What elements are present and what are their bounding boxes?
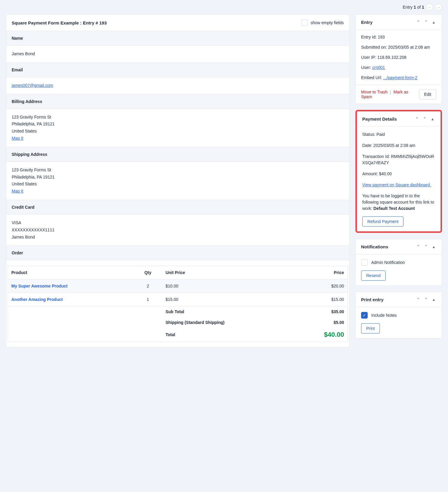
edit-button[interactable]: Edit (419, 89, 436, 99)
next-entry-button[interactable]: → (435, 4, 442, 11)
field-label-shipping: Shipping Address (6, 147, 349, 162)
col-unit: Unit Price (162, 266, 293, 279)
user-link[interactable]: crn001 (372, 65, 385, 70)
entry-card-title: Square Payment Form Example : Entry # 19… (12, 20, 107, 25)
print-button[interactable]: Print (361, 323, 380, 333)
print-entry-card: Print entry ˄ ˅ ▴ ✓ Include Notes Print (355, 292, 442, 339)
field-label-name: Name (6, 31, 349, 46)
collapse-icon[interactable]: ▴ (431, 19, 436, 25)
order-total: $40.00 (293, 328, 348, 342)
email-link[interactable]: james007@gmail.com (12, 83, 53, 88)
refund-payment-button[interactable]: Refund Payment (362, 216, 403, 227)
include-notes-checkbox[interactable]: ✓ (361, 312, 368, 319)
product-name[interactable]: Another Amazing Product (8, 293, 134, 306)
map-it-link-billing[interactable]: Map It (12, 136, 23, 141)
collapse-icon[interactable]: ▴ (430, 116, 435, 122)
col-product: Product (8, 266, 134, 279)
notifications-title: Notifications (361, 244, 388, 249)
chevron-up-icon[interactable]: ˄ (414, 116, 420, 122)
entry-pagination: Entry 1 of 1 ← → (6, 4, 442, 11)
product-name[interactable]: My Super Awesome Product (8, 279, 134, 293)
table-row: Another Amazing Product 1 $15.00 $15.00 (8, 293, 348, 306)
pagination-text: Entry 1 of 1 (403, 5, 424, 10)
chevron-up-icon[interactable]: ˄ (415, 297, 421, 302)
col-price: Price (293, 266, 348, 279)
chevron-up-icon[interactable]: ˄ (415, 19, 421, 25)
field-label-cc: Credit Card (6, 200, 349, 215)
entry-meta-card: Entry ˄ ˅ ▴ Entry Id: 193 Submitted on: … (355, 14, 442, 104)
chevron-up-icon[interactable]: ˄ (415, 244, 421, 249)
field-label-order: Order (6, 245, 349, 260)
show-empty-toggle[interactable]: show empty fields (301, 19, 344, 26)
field-value-billing: 123 Gravity Forms St Philadelphia, PA 19… (6, 109, 349, 147)
table-row: My Super Awesome Product 2 $10.00 $20.00 (8, 279, 348, 293)
chevron-down-icon[interactable]: ˅ (423, 19, 429, 25)
chevron-down-icon[interactable]: ˅ (423, 297, 429, 302)
admin-notification-checkbox[interactable] (361, 259, 368, 266)
move-to-trash-link[interactable]: Move to Trash (361, 90, 388, 94)
notifications-card: Notifications ˄ ˅ ▴ Admin Notification R… (355, 239, 442, 286)
entry-card-header: Square Payment Form Example : Entry # 19… (6, 15, 349, 31)
chevron-down-icon[interactable]: ˅ (422, 116, 427, 122)
entry-meta-title: Entry (361, 20, 372, 25)
field-value-shipping: 123 Gravity Forms St Philadelphia, PA 19… (6, 162, 349, 200)
field-label-email: Email (6, 62, 349, 77)
field-value-name: James Bond (6, 46, 349, 62)
payment-details-card: Payment Details ˄ ˅ ▴ Status: Paid Date:… (355, 110, 442, 233)
field-value-email: james007@gmail.com (6, 77, 349, 94)
view-payment-link[interactable]: View payment on Square dashboard. (362, 182, 431, 187)
payment-title: Payment Details (362, 116, 397, 122)
col-qty: Qty (134, 266, 162, 279)
map-it-link-shipping[interactable]: Map It (12, 189, 23, 193)
embed-url-link[interactable]: .../payment-form-2 (383, 75, 417, 80)
collapse-icon[interactable]: ▴ (431, 244, 436, 249)
field-label-billing: Billing Address (6, 94, 349, 109)
print-title: Print entry (361, 297, 383, 302)
collapse-icon[interactable]: ▴ (431, 297, 436, 302)
payment-note: You have to be logged in to the followin… (362, 193, 435, 212)
resend-button[interactable]: Resend (361, 270, 386, 281)
show-empty-checkbox[interactable] (301, 19, 308, 26)
field-value-cc: VISA XXXXXXXXXXXX1111 James Bond (6, 215, 349, 245)
chevron-down-icon[interactable]: ˅ (423, 244, 429, 249)
order-table: Product Qty Unit Price Price My Super Aw… (7, 266, 348, 342)
entry-detail-card: Square Payment Form Example : Entry # 19… (6, 14, 349, 348)
prev-entry-button[interactable]: ← (426, 4, 433, 11)
